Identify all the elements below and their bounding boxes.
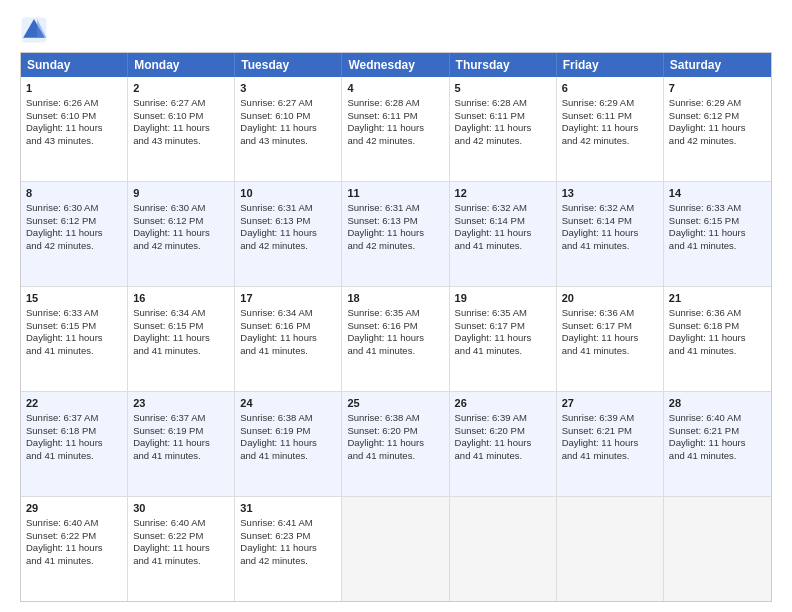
day-info-line: Sunrise: 6:40 AM [133,517,229,530]
day-info-line: Sunrise: 6:27 AM [133,97,229,110]
header-day-saturday: Saturday [664,53,771,77]
day-number: 18 [347,291,443,306]
day-cell-25: 25Sunrise: 6:38 AMSunset: 6:20 PMDayligh… [342,392,449,496]
calendar-row-5: 29Sunrise: 6:40 AMSunset: 6:22 PMDayligh… [21,496,771,601]
day-info-line: Sunset: 6:10 PM [133,110,229,123]
day-info-line: Daylight: 11 hours [669,332,766,345]
day-info-line: and 41 minutes. [240,345,336,358]
day-cell-23: 23Sunrise: 6:37 AMSunset: 6:19 PMDayligh… [128,392,235,496]
day-number: 12 [455,186,551,201]
day-info-line: and 41 minutes. [669,240,766,253]
empty-cell [450,497,557,601]
day-info-line: Sunrise: 6:32 AM [455,202,551,215]
day-info-line: Sunrise: 6:31 AM [240,202,336,215]
day-info-line: Sunset: 6:17 PM [455,320,551,333]
logo [20,16,52,44]
day-info-line: and 41 minutes. [133,555,229,568]
empty-cell [342,497,449,601]
day-cell-7: 7Sunrise: 6:29 AMSunset: 6:12 PMDaylight… [664,77,771,181]
day-info-line: Sunrise: 6:28 AM [347,97,443,110]
day-info-line: Sunrise: 6:33 AM [669,202,766,215]
page: SundayMondayTuesdayWednesdayThursdayFrid… [0,0,792,612]
day-info-line: Daylight: 11 hours [562,122,658,135]
day-number: 24 [240,396,336,411]
day-cell-8: 8Sunrise: 6:30 AMSunset: 6:12 PMDaylight… [21,182,128,286]
day-info-line: and 42 minutes. [347,135,443,148]
day-info-line: Sunrise: 6:35 AM [347,307,443,320]
day-info-line: Sunrise: 6:36 AM [669,307,766,320]
day-info-line: Sunset: 6:12 PM [133,215,229,228]
day-info-line: Sunset: 6:19 PM [240,425,336,438]
day-number: 21 [669,291,766,306]
day-info-line: Sunset: 6:18 PM [669,320,766,333]
day-cell-24: 24Sunrise: 6:38 AMSunset: 6:19 PMDayligh… [235,392,342,496]
day-cell-29: 29Sunrise: 6:40 AMSunset: 6:22 PMDayligh… [21,497,128,601]
day-number: 26 [455,396,551,411]
day-info-line: Daylight: 11 hours [240,122,336,135]
day-info-line: Sunrise: 6:30 AM [26,202,122,215]
day-cell-26: 26Sunrise: 6:39 AMSunset: 6:20 PMDayligh… [450,392,557,496]
header-day-monday: Monday [128,53,235,77]
day-info-line: Sunset: 6:23 PM [240,530,336,543]
day-cell-16: 16Sunrise: 6:34 AMSunset: 6:15 PMDayligh… [128,287,235,391]
day-info-line: Sunrise: 6:38 AM [240,412,336,425]
day-info-line: Sunset: 6:13 PM [347,215,443,228]
day-info-line: and 41 minutes. [26,555,122,568]
day-info-line: Sunset: 6:15 PM [669,215,766,228]
day-info-line: Sunset: 6:19 PM [133,425,229,438]
day-info-line: Sunset: 6:16 PM [240,320,336,333]
day-info-line: Sunrise: 6:33 AM [26,307,122,320]
calendar-row-4: 22Sunrise: 6:37 AMSunset: 6:18 PMDayligh… [21,391,771,496]
day-info-line: Sunset: 6:22 PM [26,530,122,543]
day-number: 17 [240,291,336,306]
day-info-line: Sunrise: 6:41 AM [240,517,336,530]
day-info-line: and 42 minutes. [240,555,336,568]
day-number: 9 [133,186,229,201]
day-info-line: Sunset: 6:20 PM [347,425,443,438]
day-cell-13: 13Sunrise: 6:32 AMSunset: 6:14 PMDayligh… [557,182,664,286]
calendar-header: SundayMondayTuesdayWednesdayThursdayFrid… [21,53,771,77]
day-cell-31: 31Sunrise: 6:41 AMSunset: 6:23 PMDayligh… [235,497,342,601]
day-info-line: Sunset: 6:17 PM [562,320,658,333]
day-info-line: Daylight: 11 hours [455,227,551,240]
day-info-line: Daylight: 11 hours [133,542,229,555]
header-day-sunday: Sunday [21,53,128,77]
day-info-line: and 41 minutes. [133,345,229,358]
calendar-row-2: 8Sunrise: 6:30 AMSunset: 6:12 PMDaylight… [21,181,771,286]
day-info-line: and 42 minutes. [669,135,766,148]
day-number: 13 [562,186,658,201]
day-number: 27 [562,396,658,411]
day-info-line: and 41 minutes. [455,345,551,358]
day-info-line: and 42 minutes. [26,240,122,253]
day-number: 20 [562,291,658,306]
day-info-line: Daylight: 11 hours [455,122,551,135]
day-info-line: Sunrise: 6:40 AM [26,517,122,530]
calendar-row-3: 15Sunrise: 6:33 AMSunset: 6:15 PMDayligh… [21,286,771,391]
day-info-line: and 41 minutes. [455,240,551,253]
day-info-line: Daylight: 11 hours [240,542,336,555]
header-day-tuesday: Tuesday [235,53,342,77]
header-day-friday: Friday [557,53,664,77]
day-info-line: Daylight: 11 hours [26,332,122,345]
day-cell-11: 11Sunrise: 6:31 AMSunset: 6:13 PMDayligh… [342,182,449,286]
day-info-line: Daylight: 11 hours [133,332,229,345]
day-number: 23 [133,396,229,411]
day-number: 28 [669,396,766,411]
day-info-line: Sunrise: 6:36 AM [562,307,658,320]
day-info-line: Sunrise: 6:38 AM [347,412,443,425]
day-info-line: Sunrise: 6:29 AM [669,97,766,110]
empty-cell [557,497,664,601]
day-info-line: Daylight: 11 hours [669,437,766,450]
day-cell-5: 5Sunrise: 6:28 AMSunset: 6:11 PMDaylight… [450,77,557,181]
day-info-line: Daylight: 11 hours [26,227,122,240]
day-number: 3 [240,81,336,96]
day-info-line: Sunrise: 6:30 AM [133,202,229,215]
day-info-line: and 41 minutes. [26,345,122,358]
day-info-line: and 41 minutes. [669,450,766,463]
day-cell-1: 1Sunrise: 6:26 AMSunset: 6:10 PMDaylight… [21,77,128,181]
day-info-line: and 41 minutes. [562,450,658,463]
day-info-line: Sunset: 6:14 PM [562,215,658,228]
day-info-line: Daylight: 11 hours [347,437,443,450]
day-info-line: Daylight: 11 hours [26,542,122,555]
day-info-line: and 41 minutes. [347,345,443,358]
